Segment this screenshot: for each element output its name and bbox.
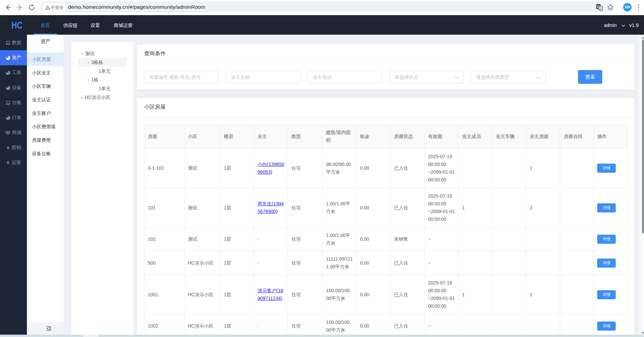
svg-text:文: 文: [599, 7, 602, 10]
